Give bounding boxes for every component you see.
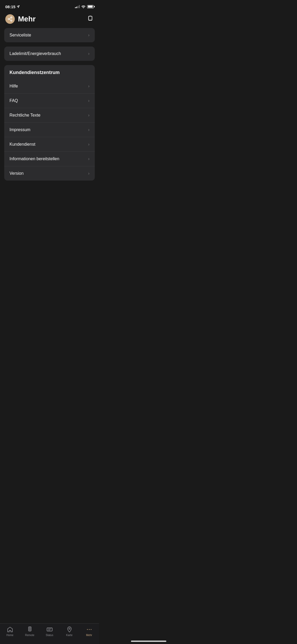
informationen-item[interactable]: Informationen bereitstellen ›	[4, 151, 95, 166]
impressum-chevron: ›	[88, 127, 89, 132]
status-icons	[75, 5, 94, 8]
ladelimit-item[interactable]: Ladelimit/Energieverbrauch ›	[4, 47, 95, 61]
impressum-label: Impressum	[10, 127, 30, 132]
status-time: 08:15	[5, 4, 20, 9]
page-title: Mehr	[18, 15, 36, 23]
version-label: Version	[10, 171, 23, 176]
page-header: Mehr	[0, 12, 99, 28]
serviceliste-item[interactable]: Serviceliste ›	[4, 28, 95, 42]
battery-icon	[87, 5, 94, 8]
share-nodes-icon	[7, 16, 13, 22]
hilfe-item[interactable]: Hilfe ›	[4, 79, 95, 93]
mehr-icon	[5, 14, 15, 24]
informationen-chevron: ›	[88, 157, 89, 161]
version-item[interactable]: Version ›	[4, 166, 95, 181]
bell-icon	[87, 15, 94, 22]
serviceliste-chevron: ›	[88, 33, 89, 38]
faq-item[interactable]: FAQ ›	[4, 93, 95, 108]
rechtliche-texte-chevron: ›	[88, 113, 89, 118]
faq-chevron: ›	[88, 98, 89, 103]
kundendienst-section-header: Kundendienstzentrum	[4, 65, 95, 79]
ladelimit-chevron: ›	[88, 51, 89, 56]
ladelimit-label: Ladelimit/Energieverbrauch	[10, 51, 61, 56]
rechtliche-texte-item[interactable]: Rechtliche Texte ›	[4, 108, 95, 122]
hilfe-label: Hilfe	[10, 84, 18, 89]
time-display: 08:15	[5, 4, 15, 9]
location-arrow-icon	[17, 5, 20, 8]
informationen-label: Informationen bereitstellen	[10, 157, 59, 161]
version-chevron: ›	[88, 171, 89, 176]
svg-point-1	[8, 19, 10, 20]
svg-line-4	[9, 18, 11, 19]
serviceliste-card: Serviceliste ›	[4, 28, 95, 42]
serviceliste-label: Serviceliste	[10, 33, 31, 38]
kundendienst-label: Kundendienst	[10, 142, 35, 147]
kundendienst-chevron: ›	[88, 142, 89, 147]
kundendienst-item[interactable]: Kundendienst ›	[4, 137, 95, 151]
svg-line-3	[9, 19, 11, 20]
svg-rect-5	[89, 16, 92, 20]
rechtliche-texte-label: Rechtliche Texte	[10, 113, 40, 118]
signal-icon	[75, 5, 80, 8]
wifi-icon	[81, 5, 86, 8]
ladelimit-card: Ladelimit/Energieverbrauch ›	[4, 47, 95, 61]
main-content: Serviceliste › Ladelimit/Energieverbrauc…	[0, 28, 99, 211]
header-left: Mehr	[5, 14, 36, 24]
svg-point-2	[11, 20, 12, 21]
faq-label: FAQ	[10, 98, 18, 103]
notifications-button[interactable]	[87, 15, 94, 23]
status-bar: 08:15	[0, 0, 99, 12]
svg-point-0	[11, 17, 12, 18]
hilfe-chevron: ›	[88, 84, 89, 89]
impressum-item[interactable]: Impressum ›	[4, 122, 95, 137]
kundendienst-card: Kundendienstzentrum Hilfe › FAQ › Rechtl…	[4, 65, 95, 181]
